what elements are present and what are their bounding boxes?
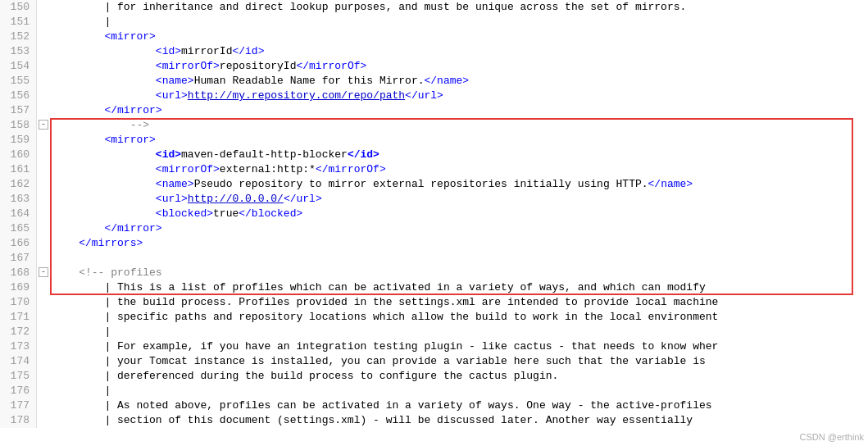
code-line-155: 155 <name>Human Readable Name for this M… — [0, 74, 868, 89]
line-number: 153 — [0, 44, 37, 59]
line-content: | — [50, 325, 868, 339]
line-content: | For example, if you have an integratio… — [50, 339, 868, 354]
line-content: <!-- profiles — [50, 266, 868, 280]
line-number: 158 — [0, 118, 37, 133]
code-line-171: 171 | specific paths and repository loca… — [0, 310, 868, 325]
code-line-168: 168- <!-- profiles — [0, 266, 868, 280]
code-line-175: 175 | dereferenced during the build proc… — [0, 369, 868, 384]
line-number: 160 — [0, 148, 37, 162]
line-content: <id>mirrorId</id> — [50, 44, 868, 59]
code-line-160: 160 <id>maven-default-http-blocker</id> — [0, 148, 868, 162]
line-content: <mirrorOf>repositoryId</mirrorOf> — [50, 59, 868, 74]
line-number: 152 — [0, 30, 37, 44]
line-number: 176 — [0, 384, 37, 398]
line-content: | your Tomcat instance is installed, you… — [50, 354, 868, 369]
line-number: 150 — [0, 0, 37, 15]
fold-icon[interactable]: - — [39, 120, 48, 130]
code-line-158: 158- --> — [0, 118, 868, 133]
line-content: | specific paths and repository location… — [50, 310, 868, 325]
line-number: 151 — [0, 15, 37, 30]
code-line-159: 159 <mirror> — [0, 133, 868, 148]
line-number: 163 — [0, 192, 37, 207]
line-number: 157 — [0, 103, 37, 118]
line-content: </mirror> — [50, 103, 868, 118]
line-number: 175 — [0, 369, 37, 384]
code-line-173: 173 | For example, if you have an integr… — [0, 339, 868, 354]
line-content: | for inheritance and direct lookup purp… — [50, 0, 868, 15]
fold-icon[interactable]: - — [39, 267, 48, 277]
line-number: 174 — [0, 354, 37, 369]
line-number: 155 — [0, 74, 37, 89]
code-line-166: 166 </mirrors> — [0, 236, 868, 251]
code-line-154: 154 <mirrorOf>repositoryId</mirrorOf> — [0, 59, 868, 74]
line-number: 159 — [0, 133, 37, 148]
code-line-167: 167 — [0, 251, 868, 266]
line-number: 169 — [0, 280, 37, 295]
line-number: 170 — [0, 295, 37, 310]
line-content: | As noted above, profiles can be activa… — [50, 398, 868, 413]
line-content: | — [50, 15, 868, 30]
line-content: | This is a list of profiles which can b… — [50, 280, 868, 295]
line-content: <name>Human Readable Name for this Mirro… — [50, 74, 868, 89]
line-content: <url>http://my.repository.com/repo/path<… — [50, 89, 868, 103]
line-number: 178 — [0, 413, 37, 428]
code-line-169: 169 | This is a list of profiles which c… — [0, 280, 868, 295]
code-line-172: 172 | — [0, 325, 868, 339]
code-line-151: 151 | — [0, 15, 868, 30]
line-content: | dereferenced during the build process … — [50, 369, 868, 384]
line-number: 168 — [0, 266, 37, 280]
line-content: </mirror> — [50, 221, 868, 236]
code-line-176: 176 | — [0, 384, 868, 398]
code-line-150: 150 | for inheritance and direct lookup … — [0, 0, 868, 15]
line-number: 167 — [0, 251, 37, 266]
code-line-165: 165 </mirror> — [0, 221, 868, 236]
line-content: | section of this document (settings.xml… — [50, 413, 868, 428]
line-number: 162 — [0, 177, 37, 192]
line-content: <mirrorOf>external:http:*</mirrorOf> — [50, 162, 868, 177]
line-content: --> — [50, 118, 868, 133]
code-editor: 150 | for inheritance and direct lookup … — [0, 0, 868, 446]
line-number: 161 — [0, 162, 37, 177]
line-number: 172 — [0, 325, 37, 339]
code-line-161: 161 <mirrorOf>external:http:*</mirrorOf> — [0, 162, 868, 177]
line-content: | the build process. Profiles provided i… — [50, 295, 868, 310]
line-number: 165 — [0, 221, 37, 236]
code-line-164: 164 <blocked>true</blocked> — [0, 207, 868, 221]
line-number: 156 — [0, 89, 37, 103]
code-line-163: 163 <url>http://0.0.0.0/</url> — [0, 192, 868, 207]
line-number: 166 — [0, 236, 37, 251]
line-content: <url>http://0.0.0.0/</url> — [50, 192, 868, 207]
line-content: <mirror> — [50, 133, 868, 148]
code-line-152: 152 <mirror> — [0, 30, 868, 44]
code-line-177: 177 | As noted above, profiles can be ac… — [0, 398, 868, 413]
code-line-156: 156 <url>http://my.repository.com/repo/p… — [0, 89, 868, 103]
code-line-157: 157 </mirror> — [0, 103, 868, 118]
line-content: <mirror> — [50, 30, 868, 44]
line-content: <name>Pseudo repository to mirror extern… — [50, 177, 868, 192]
line-number: 177 — [0, 398, 37, 413]
watermark: CSDN @erthink — [800, 432, 864, 442]
code-line-162: 162 <name>Pseudo repository to mirror ex… — [0, 177, 868, 192]
line-content: | — [50, 384, 868, 398]
code-line-178: 178 | section of this document (settings… — [0, 413, 868, 428]
line-content: <id>maven-default-http-blocker</id> — [50, 148, 868, 162]
line-number: 154 — [0, 59, 37, 74]
line-number: 171 — [0, 310, 37, 325]
line-content: </mirrors> — [50, 236, 868, 251]
line-content: <blocked>true</blocked> — [50, 207, 868, 221]
line-number: 173 — [0, 339, 37, 354]
code-line-153: 153 <id>mirrorId</id> — [0, 44, 868, 59]
line-number: 164 — [0, 207, 37, 221]
code-line-170: 170 | the build process. Profiles provid… — [0, 295, 868, 310]
code-line-174: 174 | your Tomcat instance is installed,… — [0, 354, 868, 369]
